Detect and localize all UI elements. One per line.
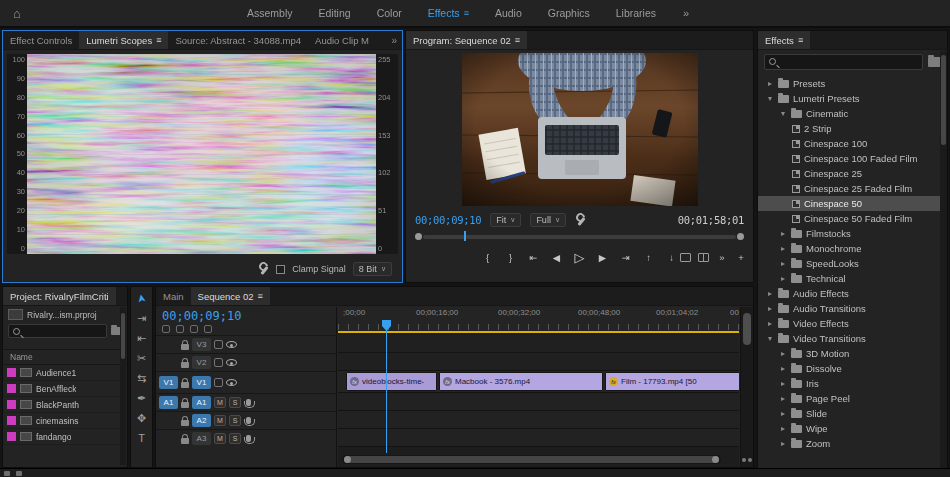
label-color-chip[interactable] <box>7 416 16 425</box>
tab-program-sequence[interactable]: Program: Sequence 02≡ <box>406 31 527 49</box>
add-marker-icon[interactable] <box>204 325 212 333</box>
mark-in-button[interactable]: { <box>482 252 494 263</box>
project-item-cinemasins[interactable]: cinemasins <box>3 413 127 429</box>
effects-row-iris[interactable]: ▸Iris <box>758 376 943 391</box>
chevron-right-icon[interactable]: ▸ <box>779 409 787 418</box>
timeline-clip-film[interactable]: fx Film - 17793.mp4 [50 <box>605 372 739 391</box>
play-button[interactable]: ▷ <box>574 250 586 265</box>
timeline-current-timecode[interactable]: 00;00;09;10 <box>156 307 336 323</box>
sync-lock-icon[interactable] <box>214 378 223 387</box>
chevron-right-icon[interactable]: ▸ <box>779 274 787 283</box>
tab-main-sequence[interactable]: Main <box>156 287 191 305</box>
effects-row-page-peel[interactable]: ▸Page Peel <box>758 391 943 406</box>
scrollbar-zoom-dots[interactable] <box>741 458 753 462</box>
chevron-down-icon[interactable]: ▾ <box>779 109 787 118</box>
tab-sequence-02[interactable]: Sequence 02≡ <box>191 287 270 305</box>
timeline-playhead-line[interactable] <box>386 321 387 453</box>
mute-button[interactable]: M <box>214 433 226 444</box>
track-output-eye-icon[interactable] <box>226 341 237 348</box>
comparison-view-icon[interactable] <box>698 253 709 262</box>
pen-tool[interactable]: ✒ <box>137 392 146 405</box>
razor-tool[interactable]: ✂ <box>137 352 146 365</box>
project-search-input[interactable] <box>9 325 106 337</box>
workspace-menu-icon[interactable]: ≡ <box>464 8 469 18</box>
tab-effects[interactable]: Effects≡ <box>758 31 810 49</box>
tab-effect-controls[interactable]: Effect Controls <box>3 31 79 49</box>
step-back-button[interactable]: ◀ <box>551 252 563 263</box>
lock-icon[interactable] <box>181 402 189 408</box>
project-name-column-header[interactable]: Name <box>3 349 127 365</box>
program-settings-wrench-icon[interactable] <box>575 214 586 226</box>
track-output-eye-icon[interactable] <box>226 359 237 366</box>
label-color-chip[interactable] <box>7 432 16 441</box>
go-to-out-button[interactable]: ⇥ <box>620 252 632 263</box>
panel-menu-icon[interactable]: ≡ <box>515 35 520 45</box>
ripple-edit-tool[interactable]: ⇤ <box>137 332 146 345</box>
program-scrubber[interactable] <box>415 232 744 242</box>
effects-row-presets[interactable]: ▸Presets <box>758 76 943 91</box>
chevron-right-icon[interactable]: ▸ <box>779 364 787 373</box>
project-item-fandango[interactable]: fandango <box>3 429 127 445</box>
effects-row-2-strip[interactable]: 2 Strip <box>758 121 943 136</box>
mute-button[interactable]: M <box>214 415 226 426</box>
label-color-chip[interactable] <box>7 400 16 409</box>
sync-lock-icon[interactable] <box>214 358 223 367</box>
status-info-icon[interactable] <box>16 471 22 476</box>
project-file-row[interactable]: Rivalry...ism.prproj <box>3 306 127 323</box>
mark-out-button[interactable]: } <box>505 252 517 263</box>
playback-resolution-dropdown[interactable]: Full∨ <box>530 213 566 227</box>
chevron-right-icon[interactable]: ▸ <box>766 319 774 328</box>
tab-source-monitor[interactable]: Source: Abstract - 34088.mp4 <box>168 31 308 49</box>
source-patch-v1[interactable]: V1 <box>159 376 178 389</box>
timeline-track-a1[interactable] <box>338 393 739 411</box>
chevron-right-icon[interactable]: ▸ <box>779 259 787 268</box>
effects-row-3d-motion[interactable]: ▸3D Motion <box>758 346 943 361</box>
program-current-timecode[interactable]: 00;00;09;10 <box>415 214 481 226</box>
voiceover-record-mic-icon[interactable] <box>246 399 251 406</box>
effects-scrollbar[interactable] <box>940 51 947 472</box>
tab-lumetri-scopes[interactable]: Lumetri Scopes≡ <box>79 31 168 49</box>
effects-row-slide[interactable]: ▸Slide <box>758 406 943 421</box>
effects-row-audio-effects[interactable]: ▸Audio Effects <box>758 286 943 301</box>
program-playhead[interactable] <box>464 231 466 241</box>
timeline-horizontal-scrollbar[interactable] <box>342 455 721 464</box>
effects-row-zoom[interactable]: ▸Zoom <box>758 436 943 451</box>
go-to-in-button[interactable]: ⇤ <box>528 252 540 263</box>
timeline-track-v2[interactable] <box>338 353 739 371</box>
effects-row-cinematic[interactable]: ▾Cinematic <box>758 106 943 121</box>
voiceover-record-mic-icon[interactable] <box>246 417 251 424</box>
chevron-right-icon[interactable]: ▸ <box>766 79 774 88</box>
chevron-right-icon[interactable]: ▸ <box>779 349 787 358</box>
scope-settings-wrench-icon[interactable] <box>258 263 269 275</box>
lock-icon[interactable] <box>181 382 189 388</box>
effects-row-dissolve[interactable]: ▸Dissolve <box>758 361 943 376</box>
linked-selection-icon[interactable] <box>190 325 198 333</box>
extract-button[interactable]: ↓ <box>666 252 678 263</box>
lift-button[interactable]: ↑ <box>643 252 655 263</box>
chevron-right-icon[interactable]: ▸ <box>779 244 787 253</box>
project-scrollbar[interactable] <box>120 307 126 465</box>
effects-row-audio-transitions[interactable]: ▸Audio Transitions <box>758 301 943 316</box>
scrub-zoom-handle-left[interactable] <box>415 233 422 240</box>
timeline-track-v3[interactable] <box>338 335 739 353</box>
scrub-zoom-handle-right[interactable] <box>737 233 744 240</box>
lock-icon[interactable] <box>181 344 189 350</box>
panel-menu-icon[interactable]: ≡ <box>258 291 263 301</box>
timeline-ruler[interactable]: ;00;00 00;00;16;00 00;00;32;00 00;00;48;… <box>338 307 739 333</box>
sequence-settings-icon[interactable] <box>162 325 170 333</box>
program-video-preview[interactable] <box>462 53 698 206</box>
timeline-track-a2[interactable] <box>338 411 739 429</box>
effects-row-speedlooks[interactable]: ▸SpeedLooks <box>758 256 943 271</box>
panel-menu-icon[interactable]: ≡ <box>156 35 161 45</box>
tab-overflow-icon[interactable]: » <box>386 31 402 49</box>
workspace-tab-graphics[interactable]: Graphics <box>535 0 603 27</box>
track-target-a3[interactable]: A3 <box>192 432 211 445</box>
effects-row-filmstocks[interactable]: ▸Filmstocks <box>758 226 943 241</box>
voiceover-record-mic-icon[interactable] <box>246 435 251 442</box>
lock-icon[interactable] <box>181 420 189 426</box>
track-target-v2[interactable]: V2 <box>192 356 211 369</box>
effects-search-box[interactable] <box>764 54 923 70</box>
effects-row-cinespace-100-faded-film[interactable]: Cinespace 100 Faded Film <box>758 151 943 166</box>
status-event-icon[interactable] <box>4 471 10 476</box>
chevron-right-icon[interactable]: ▸ <box>779 379 787 388</box>
